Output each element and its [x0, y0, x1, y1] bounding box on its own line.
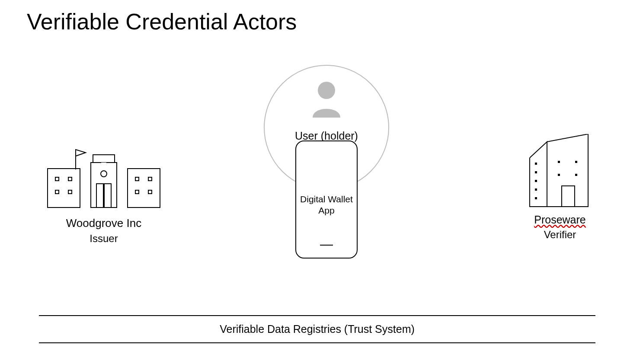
phone-icon: Digital Wallet App [295, 140, 358, 259]
svg-rect-12 [135, 177, 139, 181]
wallet-label-line2: App [296, 205, 357, 216]
svg-rect-27 [558, 174, 560, 176]
svg-rect-11 [68, 190, 72, 194]
svg-rect-14 [135, 190, 139, 194]
svg-rect-4 [93, 155, 115, 163]
issuer-role-label: Issuer [39, 233, 169, 245]
svg-point-19 [318, 82, 335, 99]
wallet-label-line1: Digital Wallet [296, 194, 357, 204]
svg-rect-23 [535, 188, 537, 191]
svg-rect-21 [535, 171, 537, 173]
svg-rect-10 [55, 190, 59, 194]
holder-actor: User (holder) Digital Wallet App [264, 65, 389, 190]
svg-rect-24 [535, 197, 537, 199]
svg-marker-1 [76, 150, 86, 156]
svg-rect-6 [48, 169, 80, 208]
svg-rect-29 [562, 186, 575, 207]
registry-label: Verifiable Data Registries (Trust System… [39, 315, 595, 343]
issuer-actor: Woodgrove Inc Issuer [39, 147, 169, 245]
issuer-name-label: Woodgrove Inc [39, 217, 169, 230]
svg-rect-22 [535, 180, 537, 182]
svg-rect-13 [148, 177, 152, 181]
verifier-name-label: Proseware [517, 214, 603, 226]
phone-home-button-icon [320, 245, 333, 246]
svg-rect-28 [575, 174, 577, 176]
svg-rect-2 [128, 169, 160, 208]
svg-rect-25 [558, 161, 560, 163]
svg-rect-26 [575, 161, 577, 163]
slide-title: Verifiable Credential Actors [27, 9, 297, 35]
svg-rect-20 [535, 163, 537, 165]
svg-rect-9 [68, 177, 72, 181]
office-building-icon [525, 134, 595, 208]
verifier-role-label: Verifier [517, 229, 603, 241]
verifier-actor: Proseware Verifier [517, 134, 603, 241]
school-building-icon [43, 147, 164, 210]
svg-rect-15 [148, 190, 152, 194]
svg-rect-8 [55, 177, 59, 181]
user-icon [309, 81, 344, 118]
